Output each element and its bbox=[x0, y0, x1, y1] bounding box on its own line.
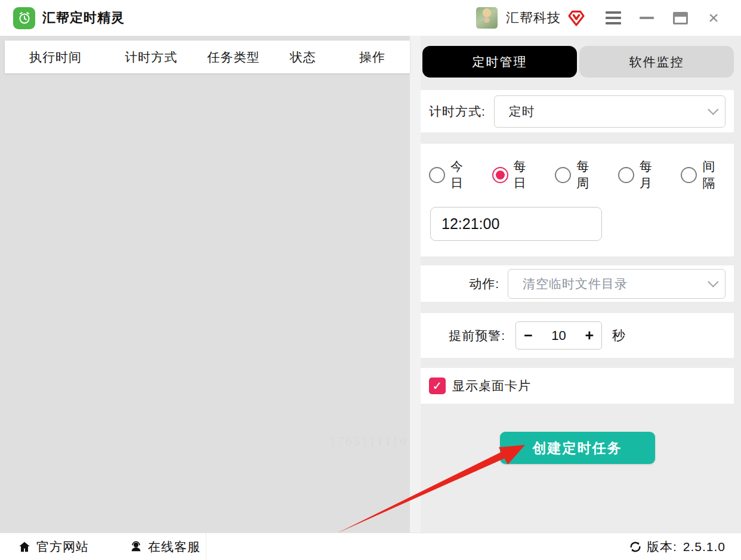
radio-circle-icon bbox=[429, 167, 445, 183]
minimize-button[interactable] bbox=[630, 5, 663, 31]
tab-bar: 定时管理 软件监控 bbox=[422, 46, 734, 78]
user-avatar[interactable] bbox=[476, 7, 498, 29]
support-agent-icon bbox=[129, 540, 143, 553]
footer-divider bbox=[206, 533, 206, 560]
account-name: 汇帮科技 bbox=[506, 9, 561, 27]
increment-button[interactable]: + bbox=[585, 328, 594, 343]
home-icon bbox=[18, 540, 31, 553]
radio-today-label: 今日 bbox=[450, 158, 476, 191]
app-title: 汇帮定时精灵 bbox=[42, 9, 125, 27]
close-button[interactable]: × bbox=[697, 5, 730, 31]
refresh-icon[interactable] bbox=[629, 540, 642, 553]
menu-button[interactable] bbox=[597, 5, 630, 31]
desktop-card-row: ✓ 显示桌面卡片 bbox=[421, 368, 734, 404]
title-bar: 汇帮定时精灵 汇帮科技 × bbox=[0, 0, 741, 36]
radio-daily-label: 每日 bbox=[514, 158, 539, 191]
show-desktop-card-checkbox[interactable]: ✓ bbox=[429, 378, 446, 394]
radio-circle-icon bbox=[681, 167, 697, 183]
schedule-card: 今日 每日 每周 每月 间隔 bbox=[421, 144, 734, 256]
column-actions: 操作 bbox=[335, 49, 410, 66]
hamburger-icon bbox=[606, 11, 621, 24]
settings-panel: 定时管理 软件监控 计时方式: 定时 今日 每日 bbox=[421, 36, 741, 533]
time-input[interactable] bbox=[430, 207, 602, 241]
decrement-button[interactable]: − bbox=[524, 328, 533, 343]
version-label: 版本: bbox=[647, 539, 677, 555]
action-select[interactable]: 清空临时文件目录 bbox=[508, 269, 725, 299]
task-list-panel: 执行时间 计时方式 任务类型 状态 操作 1765111110 bbox=[0, 36, 410, 533]
show-desktop-card-label: 显示桌面卡片 bbox=[452, 378, 531, 394]
radio-circle-icon bbox=[555, 167, 571, 183]
warning-card: 提前预警: − 10 + 秒 bbox=[421, 313, 734, 358]
warning-unit: 秒 bbox=[612, 327, 625, 345]
create-task-button[interactable]: 创建定时任务 bbox=[500, 432, 655, 464]
official-site-link[interactable]: 官方网站 bbox=[18, 539, 89, 555]
task-table-header: 执行时间 计时方式 任务类型 状态 操作 bbox=[5, 41, 410, 73]
online-support-label: 在线客服 bbox=[148, 539, 200, 555]
main-area: 执行时间 计时方式 任务类型 状态 操作 1765111110 定时管理 软件监… bbox=[0, 36, 741, 533]
watermark-text: 1765111110 bbox=[329, 434, 408, 449]
radio-weekly[interactable]: 每周 bbox=[555, 158, 602, 191]
column-timing-mode: 计时方式 bbox=[106, 49, 196, 66]
minimize-icon bbox=[640, 17, 654, 19]
vip-badge-icon bbox=[567, 8, 586, 27]
radio-today[interactable]: 今日 bbox=[429, 158, 476, 191]
radio-daily[interactable]: 每日 bbox=[492, 158, 539, 191]
timing-mode-select[interactable]: 定时 bbox=[494, 95, 725, 128]
maximize-button[interactable] bbox=[663, 5, 697, 31]
chevron-down-icon bbox=[708, 104, 718, 115]
schedule-radio-group: 今日 每日 每周 每月 间隔 bbox=[429, 158, 728, 191]
checkmark-icon: ✓ bbox=[433, 380, 443, 392]
column-task-type: 任务类型 bbox=[196, 49, 271, 66]
warning-stepper: − 10 + bbox=[515, 321, 602, 349]
close-icon: × bbox=[708, 9, 719, 27]
chevron-down-icon bbox=[708, 276, 718, 287]
column-status: 状态 bbox=[271, 49, 335, 66]
version-value: 2.5.1.0 bbox=[683, 540, 725, 554]
column-exec-time: 执行时间 bbox=[5, 49, 106, 66]
action-value: 清空临时文件目录 bbox=[523, 276, 628, 292]
warning-label: 提前预警: bbox=[429, 327, 505, 344]
official-site-label: 官方网站 bbox=[36, 539, 89, 555]
timing-mode-label: 计时方式: bbox=[429, 103, 486, 120]
radio-interval[interactable]: 间隔 bbox=[681, 158, 728, 191]
timing-mode-value: 定时 bbox=[509, 103, 535, 120]
radio-monthly[interactable]: 每月 bbox=[618, 158, 665, 191]
action-card: 动作: 清空临时文件目录 bbox=[421, 265, 734, 302]
maximize-icon bbox=[673, 12, 688, 24]
online-support-link[interactable]: 在线客服 bbox=[129, 539, 200, 555]
radio-circle-icon bbox=[492, 167, 508, 183]
version-info: 版本: 2.5.1.0 bbox=[629, 539, 725, 555]
radio-interval-label: 间隔 bbox=[702, 158, 728, 191]
warning-value: 10 bbox=[551, 328, 566, 344]
radio-circle-icon bbox=[618, 167, 634, 183]
tab-software-monitor[interactable]: 软件监控 bbox=[579, 46, 734, 78]
panel-divider bbox=[410, 36, 421, 533]
bottom-bar: 官方网站 在线客服 版本: 2.5.1.0 bbox=[0, 533, 741, 560]
radio-weekly-label: 每周 bbox=[576, 158, 602, 191]
app-logo-icon bbox=[13, 7, 35, 29]
tab-timer-management[interactable]: 定时管理 bbox=[422, 46, 577, 78]
radio-monthly-label: 每月 bbox=[640, 158, 665, 191]
timing-mode-card: 计时方式: 定时 bbox=[421, 90, 734, 132]
action-label: 动作: bbox=[429, 276, 499, 292]
